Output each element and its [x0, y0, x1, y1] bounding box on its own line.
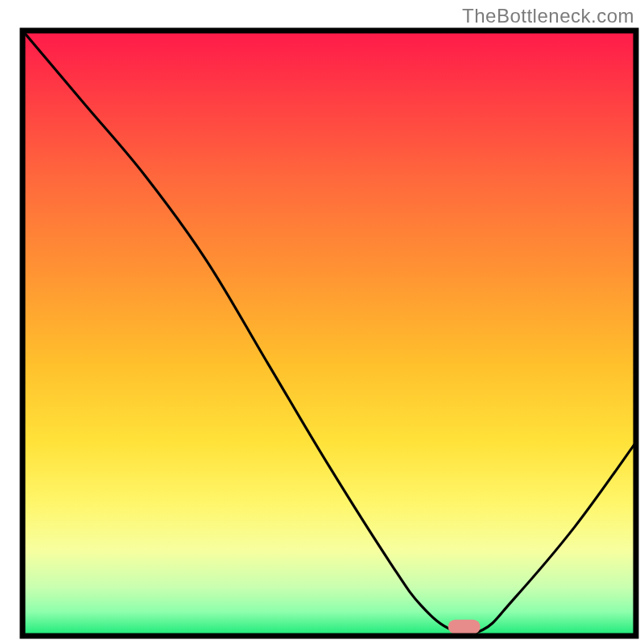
optimum-marker — [448, 620, 481, 634]
chart-frame: TheBottleneck.com — [0, 0, 644, 644]
bottleneck-plot — [0, 0, 644, 644]
gradient-background — [23, 31, 636, 636]
